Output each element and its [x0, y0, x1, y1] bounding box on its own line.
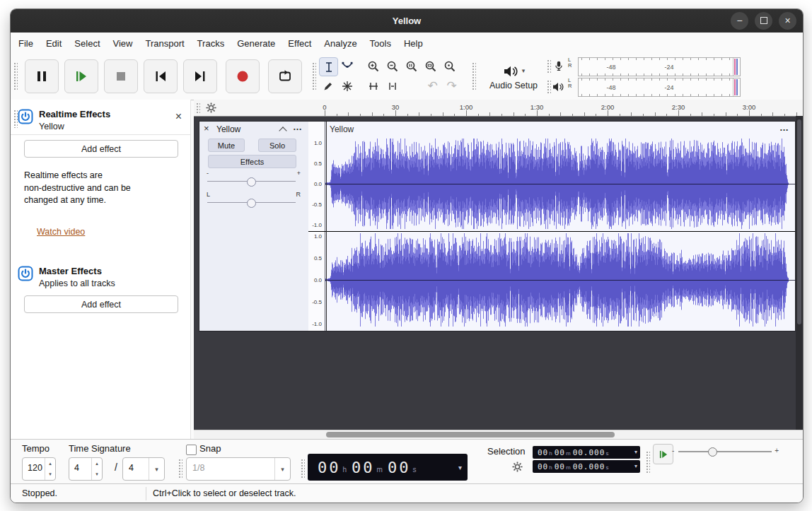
- time-signature-upper-value[interactable]: 4: [74, 458, 79, 478]
- snap-value[interactable]: 1/8: [192, 458, 204, 478]
- stop-button[interactable]: [104, 59, 138, 93]
- zoom-out-button[interactable]: [383, 57, 401, 75]
- play-button[interactable]: [64, 59, 98, 93]
- close-track-button[interactable]: ×: [204, 124, 209, 133]
- add-master-effect-button[interactable]: Add effect: [24, 295, 178, 313]
- play-at-speed-grip[interactable]: [646, 451, 650, 474]
- undo-button[interactable]: ↶: [424, 77, 441, 95]
- collapse-track-chevron-icon[interactable]: [279, 127, 286, 134]
- arrow-up-icon[interactable]: ▴: [49, 461, 52, 466]
- time-toolbar-grip[interactable]: [301, 459, 305, 478]
- close-button[interactable]: ×: [779, 12, 796, 30]
- maximize-button[interactable]: [755, 12, 772, 30]
- trim-audio-button[interactable]: [364, 77, 382, 95]
- solo-button[interactable]: Solo: [258, 139, 296, 152]
- menu-item-generate[interactable]: Generate: [231, 35, 282, 52]
- position-seconds[interactable]: 00: [388, 459, 411, 476]
- track-overlay-menu-kebab-icon[interactable]: …: [779, 123, 789, 132]
- menu-item-help[interactable]: Help: [398, 35, 429, 52]
- zoom-selection-button[interactable]: [402, 57, 420, 75]
- zoom-fit-project-button[interactable]: [422, 57, 439, 75]
- add-effect-button[interactable]: Add effect: [24, 140, 178, 158]
- playback-meter-bar[interactable]: -48 -24: [578, 78, 741, 97]
- gain-slider-thumb[interactable]: [247, 177, 256, 187]
- arrow-down-icon[interactable]: ▾: [95, 471, 98, 477]
- track-effects-button[interactable]: Effects: [208, 155, 296, 168]
- tempo-spinner[interactable]: 120 ▴▾: [22, 457, 56, 481]
- snap-toolbar-grip[interactable]: [178, 459, 182, 478]
- chevron-down-icon[interactable]: ▾: [458, 464, 462, 471]
- snap-dropdown[interactable]: 1/8 ▾: [186, 457, 291, 481]
- horizontal-scrollbar-thumb[interactable]: [326, 432, 615, 437]
- zoom-in-button[interactable]: [364, 57, 382, 75]
- time-signature-lower-value[interactable]: 4: [129, 458, 134, 478]
- playback-speed-slider-thumb[interactable]: [708, 447, 717, 457]
- menu-item-effect[interactable]: Effect: [282, 35, 318, 52]
- title-bar[interactable]: Yellow − ×: [11, 9, 803, 33]
- minimize-button[interactable]: −: [731, 12, 748, 30]
- chevron-down-icon[interactable]: ▾: [274, 458, 290, 480]
- menu-item-edit[interactable]: Edit: [40, 35, 68, 52]
- zoom-toggle-button[interactable]: [441, 57, 458, 75]
- tools-toolbar-grip[interactable]: [312, 62, 316, 90]
- menu-item-analyze[interactable]: Analyze: [318, 35, 363, 52]
- record-button[interactable]: [226, 59, 260, 93]
- chevron-down-icon[interactable]: ▾: [634, 463, 637, 469]
- audio-setup-button[interactable]: ▾ Audio Setup: [480, 58, 547, 96]
- selection-digits[interactable]: 00.000: [573, 462, 605, 471]
- recording-meter-grip[interactable]: [547, 59, 551, 74]
- spinner-arrows[interactable]: ▴▾: [45, 458, 55, 480]
- chevron-down-icon[interactable]: ▾: [149, 458, 164, 480]
- silence-audio-button[interactable]: [383, 77, 401, 95]
- time-signature-lower-dropdown[interactable]: 4 ▾: [122, 457, 165, 481]
- position-minutes[interactable]: 00: [352, 459, 375, 476]
- spinner-arrows[interactable]: ▴▾: [91, 458, 102, 480]
- timeline-ruler[interactable]: 0301:001:302:002:303:00: [194, 100, 803, 117]
- envelope-tool-button[interactable]: [338, 57, 356, 75]
- chevron-down-icon[interactable]: ▾: [634, 449, 637, 455]
- loop-button[interactable]: [268, 59, 302, 93]
- redo-button[interactable]: ↷: [443, 77, 460, 95]
- selection-digits[interactable]: 00: [538, 462, 548, 471]
- selection-tool-button[interactable]: [319, 57, 338, 76]
- tempo-value[interactable]: 120: [28, 458, 42, 478]
- audio-setup-toolbar-grip[interactable]: [472, 62, 476, 90]
- playback-speed-slider[interactable]: - +: [678, 451, 772, 452]
- arrow-down-icon[interactable]: ▾: [49, 471, 52, 477]
- menu-item-tools[interactable]: Tools: [364, 35, 398, 52]
- pan-slider-thumb[interactable]: [247, 199, 256, 208]
- track-menu-kebab-icon[interactable]: …: [293, 122, 303, 131]
- draw-tool-button[interactable]: [319, 77, 337, 95]
- timeline-ruler-scale[interactable]: 0301:001:302:002:303:00: [194, 100, 803, 116]
- horizontal-scrollbar[interactable]: [194, 430, 803, 439]
- time-signature-upper-spinner[interactable]: 4 ▴▾: [69, 457, 103, 481]
- vertical-scrollbar[interactable]: [796, 116, 803, 430]
- selection-field-start[interactable]: 00h00m00.000s▾: [533, 446, 640, 459]
- skip-to-end-button[interactable]: [183, 59, 217, 93]
- selection-digits[interactable]: 00.000: [573, 448, 605, 457]
- menu-item-tracks[interactable]: Tracks: [191, 35, 231, 52]
- selection-digits[interactable]: 00: [555, 448, 565, 457]
- position-hours[interactable]: 00: [318, 459, 341, 476]
- skip-to-start-button[interactable]: [144, 59, 178, 93]
- mute-button[interactable]: Mute: [208, 139, 245, 152]
- playback-meter-grip[interactable]: [547, 80, 551, 94]
- selection-digits[interactable]: 00: [555, 462, 565, 471]
- waveform-view[interactable]: Yellow …: [325, 122, 795, 331]
- track-name[interactable]: Yellow: [216, 124, 240, 134]
- arrow-up-icon[interactable]: ▴: [95, 461, 98, 466]
- vertical-ruler[interactable]: 1.00.50.0-0.5-1.01.00.50.0-0.5-1.0: [308, 122, 325, 331]
- close-effects-panel-button[interactable]: ×: [175, 111, 182, 122]
- watch-video-link[interactable]: Watch video: [37, 227, 85, 237]
- selection-field-end[interactable]: 00h00m00.000s▾: [533, 460, 640, 473]
- recording-meter-bar[interactable]: -48 -24: [578, 57, 741, 76]
- selection-digits[interactable]: 00: [538, 448, 548, 457]
- play-at-speed-button[interactable]: [653, 444, 673, 464]
- menu-item-select[interactable]: Select: [68, 35, 106, 52]
- pause-button[interactable]: [25, 59, 59, 93]
- menu-item-file[interactable]: File: [12, 35, 40, 52]
- snap-checkbox[interactable]: [186, 445, 197, 455]
- selection-options-gear-icon[interactable]: [511, 461, 523, 473]
- audio-position-display[interactable]: 00 h 00 m 00 s ▾: [308, 454, 468, 481]
- vertical-scrollbar-thumb[interactable]: [797, 119, 801, 324]
